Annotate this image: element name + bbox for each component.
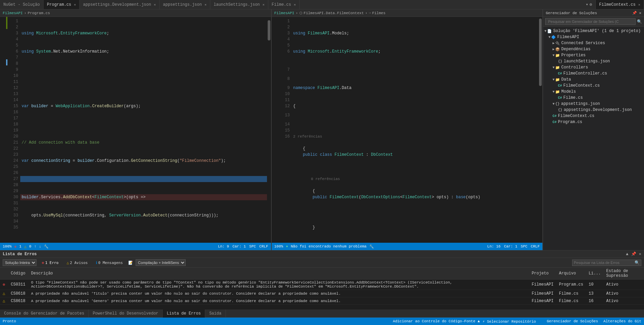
- tree-appsettings-dev[interactable]: {} appsettings.Development.json: [543, 107, 644, 113]
- left-code-area[interactable]: 1234 5678 9101112 13141516 17181920 2122…: [0, 17, 271, 243]
- row-code: CS8618: [8, 297, 28, 305]
- tab-filme-label: Filme.cs: [272, 2, 291, 7]
- tab-appsettings[interactable]: appsettings.json ✕: [160, 0, 210, 9]
- right-code-area[interactable]: 1234 56 78 9101112 13 141516 using Filme…: [272, 17, 543, 243]
- tab-lista-erros[interactable]: Lista de Erros: [163, 309, 205, 318]
- col-description[interactable]: Descrição: [28, 268, 529, 279]
- tab-filmecontext-right[interactable]: FilmeContext.cs ✕: [596, 0, 644, 9]
- left-enc: SPC: [249, 244, 256, 248]
- sidebar-searchbox[interactable]: [545, 18, 636, 25]
- right-wrench-icon[interactable]: 🔧: [369, 244, 374, 249]
- solution-icon: 📄: [547, 29, 552, 33]
- tree-filmecontext-data[interactable]: C# FilmeContext.cs: [543, 83, 644, 89]
- sidebar-close-icon[interactable]: ✕: [639, 11, 641, 15]
- scope-dropdown[interactable]: Solução Inteira: [3, 259, 36, 266]
- footer-status-bar: Pronto Adicionar ao Controle do Código-F…: [0, 318, 644, 325]
- right-namespace-icon: ⬡: [299, 11, 302, 15]
- left-nav-up[interactable]: ↑: [34, 244, 36, 248]
- footer-gerenciador[interactable]: Gerenciador de Soluções: [547, 319, 598, 323]
- models-icon: 📁: [555, 90, 560, 94]
- tab-program-close[interactable]: ✕: [74, 3, 76, 7]
- tab-powershell[interactable]: PowerShell do Desenvolvedor: [89, 309, 163, 318]
- tree-project-label: FilmesAPI: [557, 35, 579, 39]
- tab-settings-icon[interactable]: ⚙: [590, 2, 592, 7]
- tree-filmecontext-top[interactable]: C# FilmeContext.cs: [543, 113, 644, 119]
- search-icon[interactable]: 🔍: [637, 19, 642, 24]
- row-project: FilmesAPI: [529, 290, 556, 297]
- tab-filme-cs[interactable]: Filme.cs ✕: [268, 0, 300, 9]
- errors-filter-button[interactable]: ⊗ 1 Erro: [39, 260, 61, 266]
- pin-icon[interactable]: 📌: [632, 11, 637, 15]
- footer-alteracoes[interactable]: Alterações do Git: [603, 319, 641, 323]
- tree-filmecontroller[interactable]: C# FilmeController.cs: [543, 70, 644, 77]
- row-project: FilmesAPI: [529, 297, 556, 305]
- models-expand-icon: ▼: [553, 90, 555, 94]
- col-project[interactable]: Projeto: [529, 268, 556, 279]
- footer-add-source-control[interactable]: Adicionar ao Controle do Código-Fonte ▲: [393, 319, 480, 324]
- warning-count-label: 2 Avisos: [70, 261, 88, 265]
- left-code-content[interactable]: using Microsoft.EntityFrameworkCore; usi…: [20, 17, 267, 243]
- table-row[interactable]: △ CS8618 A propriedade não anulável 'Gen…: [0, 297, 644, 305]
- data-icon: 📁: [555, 78, 560, 82]
- left-wrench-icon[interactable]: 🔧: [44, 244, 49, 249]
- footer-select-repo[interactable]: ⚡ Selecionar Repositório: [483, 319, 536, 324]
- left-zoom: 100%: [3, 244, 11, 248]
- right-method-icon: →: [369, 11, 371, 15]
- col-code[interactable]: Código: [8, 268, 28, 279]
- warnings-filter-button[interactable]: △ 2 Avisos: [64, 260, 90, 266]
- left-ln: Ln: 9: [218, 244, 229, 248]
- tree-solution[interactable]: ▼ 📄 Solução 'FilmesAPI' (1 de 1 projeto): [543, 28, 644, 34]
- footer-status: Pronto: [3, 319, 16, 323]
- close-icon-1[interactable]: ✕: [154, 3, 156, 7]
- panel-close-icon[interactable]: ✕: [639, 252, 641, 257]
- panel-collapse-icon[interactable]: ▲: [626, 252, 628, 257]
- build-mode-dropdown[interactable]: Compilação + IntelliSens: [136, 259, 186, 266]
- tree-program-cs[interactable]: C# Program.cs: [543, 119, 644, 125]
- error-search-icon[interactable]: 🔍: [635, 260, 640, 265]
- col-state[interactable]: Estado de Supressão: [603, 268, 644, 279]
- close-icon-3[interactable]: ✕: [263, 3, 265, 7]
- tree-project[interactable]: ▼ 🔷 FilmesAPI: [543, 34, 644, 40]
- right-code-content[interactable]: using FilmesAPI.Models; using Microsoft.…: [292, 17, 539, 243]
- sidebar-search-input[interactable]: [547, 19, 634, 24]
- tree-data[interactable]: ▼ 📁 Data: [543, 77, 644, 83]
- panel-pin-icon[interactable]: 📌: [631, 252, 636, 257]
- error-search-box[interactable]: 🔍: [572, 260, 641, 266]
- tree-appsettings[interactable]: ▼ {} appsettings.json: [543, 101, 644, 107]
- tab-saida[interactable]: Saída: [205, 309, 226, 318]
- close-icon-4[interactable]: ✕: [294, 3, 296, 7]
- tab-console-pacotes[interactable]: Console do Gerenciador de Pacotes: [0, 309, 89, 318]
- tree-filmecontext-data-label: FilmeContext.cs: [563, 83, 600, 88]
- table-row[interactable]: △ CS8618 A propriedade não anulável 'Tit…: [0, 290, 644, 297]
- left-breakpoint-gutter: [0, 17, 6, 243]
- right-vscrollbar[interactable]: [538, 17, 542, 243]
- row-file: Filme.cs: [556, 290, 586, 297]
- close-icon-2[interactable]: ✕: [205, 3, 207, 7]
- tree-data-label: Data: [561, 77, 571, 82]
- error-search-input[interactable]: [574, 261, 635, 265]
- tree-models[interactable]: ▼ 📁 Models: [543, 89, 644, 95]
- tree-connected-services[interactable]: ▶ 🔌 Connected Services: [543, 40, 644, 46]
- tab-bar-tools: ▾ ⚙: [586, 2, 594, 7]
- tree-dependencies[interactable]: ▶ 📦 Dependências: [543, 46, 644, 52]
- search-area: 🔍: [572, 260, 641, 266]
- tab-program-cs[interactable]: Program.cs ✕: [44, 0, 80, 9]
- left-nav-down[interactable]: ↓: [39, 244, 41, 248]
- tree-filme-cs[interactable]: C# Filme.cs: [543, 95, 644, 101]
- tab-appsettings-dev[interactable]: appsettings.Development.json ✕: [80, 0, 160, 9]
- tree-properties[interactable]: ▼ 📁 Properties: [543, 52, 644, 58]
- col-file[interactable]: Arquivo: [556, 268, 586, 279]
- table-row[interactable]: ⊗ CS0311 O tipo "FilmeContext" não pode …: [0, 279, 644, 290]
- right-line-numbers: 1234 56 78 9101112 13 141516: [279, 17, 292, 243]
- left-vscrollbar[interactable]: [267, 17, 271, 243]
- tab-launchsettings[interactable]: launchSettings.json ✕: [210, 0, 268, 9]
- col-line[interactable]: Li...: [586, 268, 603, 279]
- tab-dropdown-icon[interactable]: ▾: [586, 2, 588, 7]
- bottom-tab-bar: Console do Gerenciador de Pacotes PowerS…: [0, 309, 644, 318]
- tree-solution-label: Solução 'FilmesAPI' (1 de 1 projeto): [553, 29, 641, 33]
- tree-controllers[interactable]: ▼ 📁 Controllers: [543, 64, 644, 70]
- tree-launchsettings[interactable]: {} launchSettings.json: [543, 58, 644, 64]
- close-icon-filmecontext[interactable]: ✕: [638, 3, 640, 7]
- tab-nuget[interactable]: NuGet - Solução: [0, 0, 44, 9]
- messages-filter-button[interactable]: ℹ 0 Mensagens: [93, 260, 126, 266]
